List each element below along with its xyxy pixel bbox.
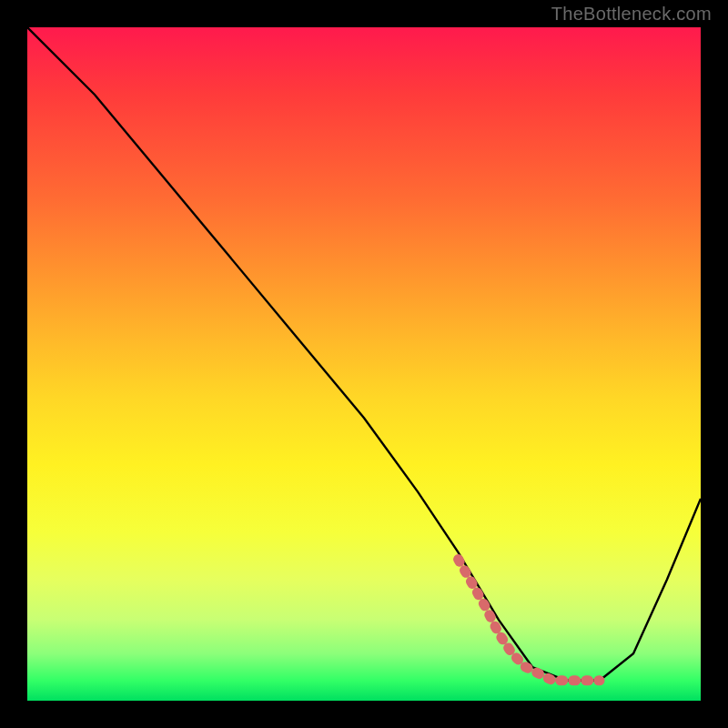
attribution-label: TheBottleneck.com: [551, 4, 712, 25]
chart-frame: TheBottleneck.com: [0, 0, 728, 728]
bottleneck-curve: [27, 27, 701, 681]
plot-area: [27, 27, 701, 701]
chart-overlay: [27, 27, 701, 701]
